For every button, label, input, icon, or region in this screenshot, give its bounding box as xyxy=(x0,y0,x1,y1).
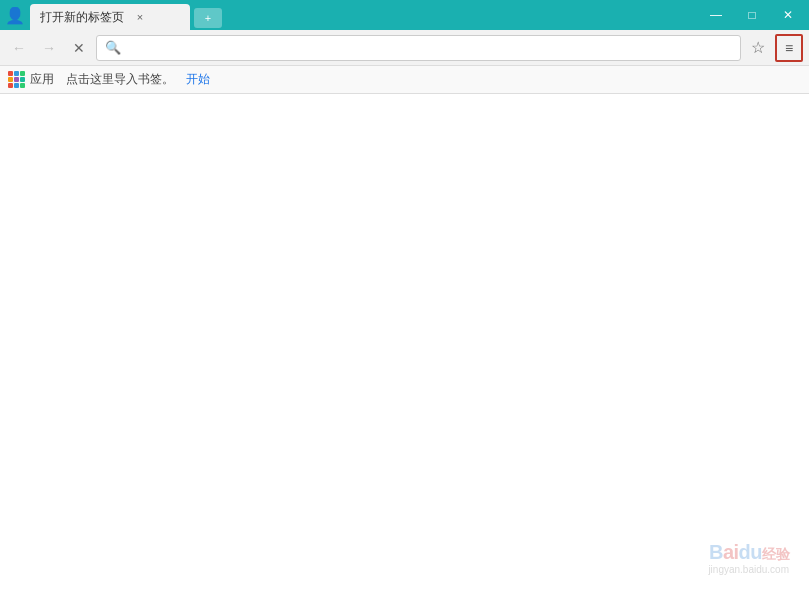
forward-button[interactable]: → xyxy=(36,35,62,61)
baidu-logo-du: du xyxy=(739,541,762,563)
user-icon-area[interactable]: 👤 xyxy=(0,0,30,30)
baidu-jingyan: 经验 xyxy=(762,546,789,562)
search-icon: 🔍 xyxy=(105,40,121,55)
address-input[interactable] xyxy=(127,40,732,55)
address-bar[interactable]: 🔍 xyxy=(96,35,741,61)
maximize-button[interactable]: □ xyxy=(735,5,769,25)
back-button[interactable]: ← xyxy=(6,35,32,61)
main-content: Baidu经验 jingyan.baidu.com xyxy=(0,94,809,595)
reload-button[interactable]: ✕ xyxy=(66,35,92,61)
title-bar: 👤 打开新的标签页 × + — □ ✕ xyxy=(0,0,809,30)
apps-button[interactable]: 应用 xyxy=(8,71,54,88)
menu-button[interactable]: ≡ xyxy=(775,34,803,62)
minimize-button[interactable]: — xyxy=(699,5,733,25)
active-tab[interactable]: 打开新的标签页 × xyxy=(30,4,190,30)
apps-label: 应用 xyxy=(30,71,54,88)
start-link[interactable]: 开始 xyxy=(186,71,210,88)
tab-close-button[interactable]: × xyxy=(132,9,148,25)
baidu-logo-b: B xyxy=(709,541,723,563)
apps-grid-icon xyxy=(8,71,25,88)
import-bookmarks-link[interactable]: 点击这里导入书签。 xyxy=(66,71,174,88)
user-icon: 👤 xyxy=(5,6,25,25)
window-controls: — □ ✕ xyxy=(699,0,809,30)
close-button[interactable]: ✕ xyxy=(771,5,805,25)
toolbar: ← → ✕ 🔍 ☆ ≡ xyxy=(0,30,809,66)
bookmark-star-button[interactable]: ☆ xyxy=(745,35,771,61)
watermark: Baidu经验 jingyan.baidu.com xyxy=(708,541,789,575)
baidu-url: jingyan.baidu.com xyxy=(708,564,789,575)
tab-label: 打开新的标签页 xyxy=(40,9,124,26)
tab-area: 打开新的标签页 × + xyxy=(30,0,699,30)
baidu-logo-a: ai xyxy=(723,541,739,563)
bookmarks-bar: 应用 点击这里导入书签。 开始 xyxy=(0,66,809,94)
new-tab-button[interactable]: + xyxy=(194,8,222,28)
